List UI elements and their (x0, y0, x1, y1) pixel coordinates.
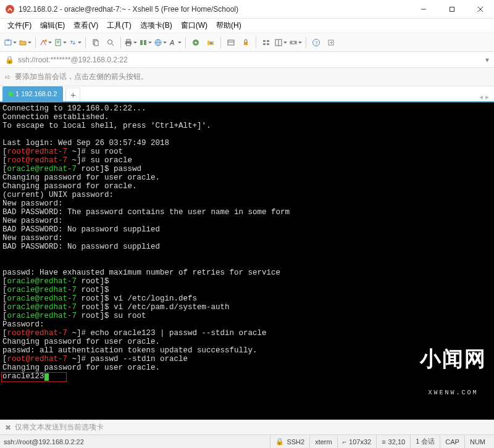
toolbar-separator (220, 37, 221, 48)
close-button[interactable] (472, 3, 489, 15)
menu-edit[interactable]: 编辑(E) (36, 19, 69, 33)
toolbar-separator (185, 37, 186, 48)
watermark-big: 小闻网 (420, 349, 487, 371)
encoding-button[interactable] (154, 36, 167, 49)
status-session: 1 会话 (410, 435, 440, 448)
layout-button[interactable] (274, 36, 288, 49)
svg-rect-16 (127, 39, 130, 41)
svg-point-37 (295, 42, 296, 43)
svg-rect-32 (267, 43, 269, 45)
svg-rect-13 (94, 41, 98, 46)
status-protocol: 🔒SSH2 (270, 435, 309, 448)
text-send-icon[interactable]: ✖ (5, 423, 11, 432)
svg-line-15 (112, 44, 114, 46)
lock-icon: 🔒 (5, 56, 14, 64)
address-url: ssh://root:*******@192.168.0.2:22 (18, 56, 128, 64)
status-pos: ≡32,10 (376, 435, 410, 448)
info-bar: ➪ 要添加当前会话，点击左侧的箭头按钮。 (0, 68, 494, 86)
tab-prev-icon[interactable]: ◂ (479, 93, 483, 101)
status-dot-icon (9, 92, 13, 96)
copy-button[interactable] (89, 36, 103, 49)
bottom-info-bar: ✖ 仅将文本发送到当前选项卡 (0, 420, 494, 434)
transfer-button[interactable] (69, 36, 82, 49)
menu-file[interactable]: 文件(F) (4, 19, 35, 33)
pos-icon: ≡ (382, 438, 385, 446)
new-session-button[interactable] (4, 36, 17, 49)
toolbar: A ? (0, 33, 494, 52)
info-text: 要添加当前会话，点击左侧的箭头按钮。 (15, 72, 148, 82)
svg-rect-26 (228, 40, 234, 45)
color-button[interactable] (39, 36, 52, 49)
menu-window[interactable]: 窗口(W) (177, 19, 211, 33)
properties-button[interactable] (139, 36, 153, 49)
toolbar-separator (85, 37, 86, 48)
tab-strip: 1 192.168.0.2 + ◂ ▸ (0, 86, 494, 102)
help-button[interactable]: ? (309, 36, 323, 49)
toolbar-separator (120, 37, 121, 48)
status-left: ssh://root@192.168.0.2:22 (4, 438, 270, 446)
tab-label: 1 192.168.0.2 (15, 90, 57, 97)
font-button[interactable]: A (169, 36, 182, 49)
status-bar: ssh://root@192.168.0.2:22 🔒SSH2 xterm ⌐1… (0, 434, 494, 448)
chevron-down-icon[interactable]: ▾ (485, 56, 489, 64)
new-tab-button[interactable]: + (65, 88, 80, 101)
toolbar-separator (35, 37, 36, 48)
minimize-button[interactable] (415, 3, 432, 15)
svg-rect-2 (450, 7, 454, 11)
terminal[interactable]: Connecting to 192.168.0.2:22... Connecti… (0, 102, 494, 420)
svg-text:A: A (169, 39, 174, 46)
status-cap: CAP (440, 435, 464, 448)
app-icon (5, 4, 15, 14)
status-term: xterm (309, 435, 337, 448)
compose-button[interactable] (224, 36, 238, 49)
search-button[interactable] (104, 36, 117, 49)
session-tab[interactable]: 1 192.168.0.2 (2, 86, 63, 101)
svg-point-36 (291, 42, 292, 43)
xftp-button[interactable] (204, 36, 217, 49)
svg-rect-28 (244, 42, 248, 45)
svg-point-0 (6, 5, 14, 14)
tab-next-icon[interactable]: ▸ (485, 93, 489, 101)
menu-help[interactable]: 帮助(H) (212, 19, 245, 33)
tunnel-button[interactable] (289, 36, 303, 49)
svg-rect-20 (144, 40, 146, 45)
toolbar-separator (306, 37, 306, 48)
toolbar-separator (256, 37, 256, 48)
maximize-button[interactable] (443, 3, 461, 15)
lock-button[interactable] (239, 36, 253, 49)
lock-icon: 🔒 (275, 438, 284, 446)
print-button[interactable] (124, 36, 138, 49)
xagent-button[interactable] (189, 36, 203, 49)
status-num: NUM (464, 435, 490, 448)
menu-tools[interactable]: 工具(T) (103, 19, 135, 33)
svg-rect-19 (140, 40, 143, 45)
arrow-icon[interactable]: ➪ (5, 73, 11, 81)
sessions-button[interactable] (259, 36, 273, 49)
bottom-info-text: 仅将文本发送到当前选项卡 (15, 422, 104, 433)
svg-point-14 (108, 39, 112, 44)
menu-view[interactable]: 查看(V) (70, 19, 102, 33)
status-size: ⌐107x32 (337, 435, 377, 448)
launch-button[interactable] (324, 36, 338, 49)
svg-rect-30 (267, 40, 269, 42)
window-title: 192.168.0.2 - oracle@redhat-7:~ - Xshell… (19, 5, 415, 14)
script-button[interactable] (54, 36, 67, 49)
address-bar[interactable]: 🔒 ssh://root:*******@192.168.0.2:22 ▾ (0, 52, 494, 68)
watermark: 小闻网 XWENW.COM (415, 330, 492, 417)
svg-rect-29 (263, 40, 266, 42)
tab-nav: ◂ ▸ (479, 93, 492, 101)
titlebar: 192.168.0.2 - oracle@redhat-7:~ - Xshell… (0, 0, 494, 19)
svg-text:?: ? (315, 40, 318, 46)
watermark-small: XWENW.COM (420, 389, 487, 397)
menubar: 文件(F) 编辑(E) 查看(V) 工具(T) 选项卡(B) 窗口(W) 帮助(… (0, 19, 494, 33)
open-button[interactable] (19, 36, 32, 49)
svg-rect-31 (263, 43, 266, 45)
svg-rect-18 (127, 43, 130, 46)
svg-point-8 (44, 39, 47, 42)
size-icon: ⌐ (343, 438, 346, 446)
menu-tab[interactable]: 选项卡(B) (136, 19, 176, 33)
